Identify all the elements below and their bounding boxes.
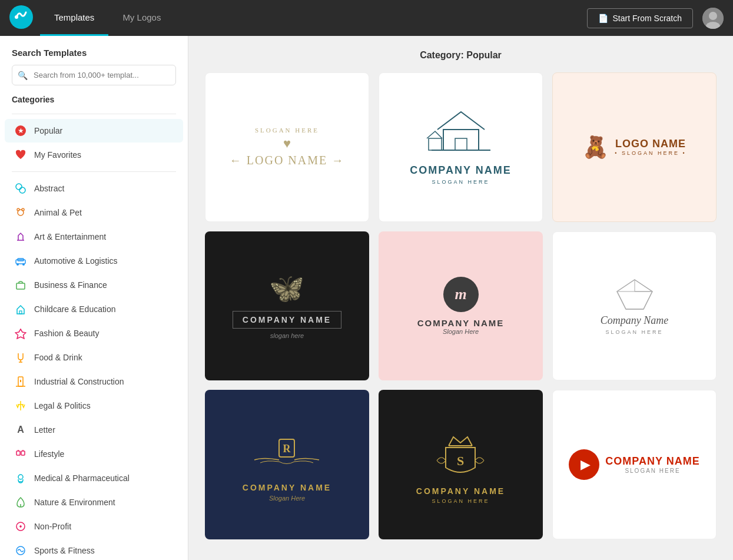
t3-logo-name: LOGO NAME [615,138,686,150]
svg-rect-24 [20,380,21,382]
sidebar-item-non-profit-label: Non-Profit [34,522,71,531]
template-card-2[interactable]: COMPANY NAME SLOGAN HERE [379,72,543,222]
template-card-6[interactable]: Company Name SLOGAN HERE [552,231,717,381]
t1-slogan: SLOGAN HERE [230,127,344,134]
svg-point-3 [709,12,717,20]
svg-rect-44 [455,138,467,150]
categories-divider [12,114,176,114]
user-avatar[interactable] [702,8,724,29]
svg-point-0 [9,5,33,29]
t6-company: Company Name [601,314,669,327]
lifestyle-icon [14,448,27,460]
childcare-icon [14,303,27,316]
sidebar-item-legal[interactable]: Legal & Politics [5,394,183,417]
search-box: 🔍 [12,65,176,85]
t5-monogram-circle: m [443,277,479,312]
svg-marker-48 [617,291,652,309]
sidebar-item-art-entertainment[interactable]: Art & Entertainment [5,225,183,248]
app-logo[interactable] [9,5,40,31]
t4-company: COMPANY NAME [233,311,341,329]
svg-point-11 [22,208,24,211]
template-card-5[interactable]: m COMPANY NAME Slogan Here [379,231,543,381]
t9-slogan: SLOGAN HERE [605,468,699,474]
t8-company: COMPANY NAME [416,486,505,496]
sidebar-item-food-drink[interactable]: Food & Drink [5,346,183,369]
t8-shield-svg: S [431,425,490,484]
start-from-scratch-button[interactable]: 📄 Start From Scratch [587,8,693,28]
letter-icon: A [14,423,27,436]
svg-text:R: R [283,443,291,455]
sidebar-item-my-favorites-label: My Favorites [34,150,81,160]
non-profit-icon [14,520,27,533]
search-icon: 🔍 [18,71,28,80]
template-card-4[interactable]: 🦋 COMPANY NAME slogan here [205,231,369,381]
main-content: Category: Popular SLOGAN HERE ♥ ← LOGO N… [188,36,733,560]
template-card-8[interactable]: S COMPANY NAME SLOGAN HERE [379,390,543,539]
category-heading: Category: Popular [205,50,717,61]
template-card-1[interactable]: SLOGAN HERE ♥ ← LOGO NAME → [205,72,369,222]
t6-diamond-svg [611,277,658,312]
svg-point-16 [22,263,25,266]
sidebar-item-abstract[interactable]: Abstract [5,177,183,200]
svg-text:S: S [457,453,464,468]
abstract-icon [14,182,27,195]
template-card-7[interactable]: R COMPANY NAME Slogan Here [205,390,369,539]
nav-tab-my-logos[interactable]: My Logos [108,0,175,36]
t7-slogan: Slogan Here [243,495,331,502]
sidebar-item-animal-pet-label: Animal & Pet [34,208,82,217]
sidebar-item-sports[interactable]: Sports & Fitness [5,539,183,560]
t5-slogan: Slogan Here [417,328,505,335]
sidebar-item-business-finance-label: Business & Finance [34,280,107,290]
sidebar-item-food-drink-label: Food & Drink [34,353,82,362]
sidebar-item-popular[interactable]: ★ Popular [5,119,183,143]
svg-rect-45 [429,138,442,150]
top-navigation: Templates My Logos 📄 Start From Scratch [0,0,733,36]
template-card-3[interactable]: 🧸 LOGO NAME • SLOGAN HERE • [552,72,717,222]
sidebar-item-nature[interactable]: Nature & Environment [5,491,183,514]
sidebar-item-lifestyle-label: Lifestyle [34,449,64,459]
sidebar-item-letter-label: Letter [34,425,55,435]
sidebar-item-my-favorites[interactable]: My Favorites [5,143,183,167]
t4-slogan: slogan here [233,332,341,339]
svg-rect-27 [16,451,20,455]
t3-slogan: • SLOGAN HERE • [615,150,686,156]
sidebar-item-automotive[interactable]: Automotive & Logistics [5,249,183,273]
t5-company: COMPANY NAME [417,318,505,328]
svg-point-31 [18,475,23,479]
business-finance-icon [14,279,27,291]
animal-pet-icon [14,206,27,219]
sidebar-item-letter[interactable]: A Letter [5,418,183,442]
sidebar-item-medical[interactable]: Medical & Pharmaceutical [5,466,183,490]
t7-crest-svg: R [248,428,325,481]
house-svg [426,109,496,156]
legal-icon [14,399,27,412]
sidebar-item-childcare[interactable]: Childcare & Education [5,297,183,321]
sidebar-item-popular-label: Popular [34,126,62,135]
sidebar-item-art-label: Art & Entertainment [34,232,106,241]
sidebar-item-non-profit[interactable]: Non-Profit [5,515,183,538]
sidebar-item-animal-pet[interactable]: Animal & Pet [5,201,183,224]
svg-point-1 [15,15,18,19]
t2-slogan: SLOGAN HERE [410,179,511,185]
svg-text:★: ★ [18,127,24,135]
industrial-icon [14,375,27,388]
sidebar-item-industrial-label: Industrial & Construction [34,377,124,386]
sidebar-item-lifestyle[interactable]: Lifestyle [5,442,183,466]
sidebar-item-fashion-beauty-label: Fashion & Beauty [34,329,99,338]
categories-title: Categories [0,95,188,109]
svg-point-10 [17,208,19,211]
search-input[interactable] [12,65,176,85]
t9-company: COMPANY NAME [605,455,699,468]
t9-play-icon: ▶ [569,449,599,480]
sidebar-item-fashion-beauty[interactable]: Fashion & Beauty [5,322,183,345]
svg-point-7 [16,184,22,190]
sidebar-item-abstract-label: Abstract [34,184,64,193]
sidebar-item-business-finance[interactable]: Business & Finance [5,273,183,297]
art-entertainment-icon [14,230,27,243]
sidebar-item-medical-label: Medical & Pharmaceutical [34,473,130,483]
svg-marker-19 [15,329,26,339]
template-card-9[interactable]: ▶ COMPANY NAME SLOGAN HERE [552,390,717,539]
sidebar-item-industrial[interactable]: Industrial & Construction [5,370,183,393]
nav-tab-templates[interactable]: Templates [40,0,108,36]
sidebar-item-nature-label: Nature & Environment [34,498,115,507]
